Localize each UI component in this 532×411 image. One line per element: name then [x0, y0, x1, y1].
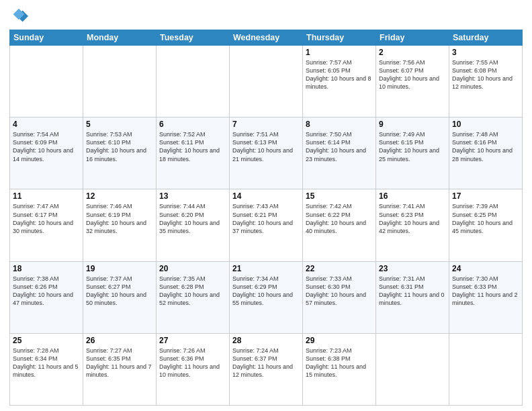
cell-day-number: 20 [159, 264, 226, 273]
cell-day-number: 15 [306, 191, 373, 201]
cell-info-text: Sunrise: 7:46 AM Sunset: 6:19 PM Dayligh… [86, 202, 153, 235]
cell-info-text: Sunrise: 7:26 AM Sunset: 6:36 PM Dayligh… [159, 347, 226, 379]
cell-day-number: 27 [159, 336, 226, 345]
calendar-cell: 11Sunrise: 7:47 AM Sunset: 6:17 PM Dayli… [10, 189, 83, 261]
cell-day-number: 4 [13, 120, 80, 129]
cell-info-text: Sunrise: 7:57 AM Sunset: 6:05 PM Dayligh… [306, 58, 373, 91]
cell-info-text: Sunrise: 7:44 AM Sunset: 6:20 PM Dayligh… [159, 202, 226, 235]
cell-info-text: Sunrise: 7:42 AM Sunset: 6:22 PM Dayligh… [306, 202, 373, 235]
calendar-cell: 5Sunrise: 7:53 AM Sunset: 6:10 PM Daylig… [83, 118, 157, 189]
calendar-cell: 28Sunrise: 7:24 AM Sunset: 6:37 PM Dayli… [230, 333, 303, 405]
calendar-cell: 4Sunrise: 7:54 AM Sunset: 6:09 PM Daylig… [10, 118, 83, 189]
calendar-cell: 16Sunrise: 7:41 AM Sunset: 6:23 PM Dayli… [376, 189, 449, 261]
cell-info-text: Sunrise: 7:35 AM Sunset: 6:28 PM Dayligh… [159, 275, 226, 308]
day-header-sunday: Sunday [10, 30, 83, 46]
cell-day-number: 9 [379, 120, 446, 129]
calendar-week-1: 1Sunrise: 7:57 AM Sunset: 6:05 PM Daylig… [10, 46, 523, 118]
calendar-cell: 21Sunrise: 7:34 AM Sunset: 6:29 PM Dayli… [230, 261, 303, 333]
cell-day-number: 22 [306, 264, 373, 273]
calendar-week-5: 25Sunrise: 7:28 AM Sunset: 6:34 PM Dayli… [10, 333, 523, 405]
cell-info-text: Sunrise: 7:34 AM Sunset: 6:29 PM Dayligh… [232, 275, 300, 308]
calendar-cell: 19Sunrise: 7:37 AM Sunset: 6:27 PM Dayli… [83, 261, 157, 333]
cell-info-text: Sunrise: 7:27 AM Sunset: 6:35 PM Dayligh… [86, 347, 153, 379]
cell-info-text: Sunrise: 7:30 AM Sunset: 6:33 PM Dayligh… [452, 275, 519, 308]
calendar-cell [449, 333, 523, 405]
calendar-cell: 27Sunrise: 7:26 AM Sunset: 6:36 PM Dayli… [157, 333, 230, 405]
calendar-cell: 7Sunrise: 7:51 AM Sunset: 6:13 PM Daylig… [230, 118, 303, 189]
cell-info-text: Sunrise: 7:43 AM Sunset: 6:21 PM Dayligh… [232, 202, 300, 235]
cell-day-number: 11 [13, 191, 80, 201]
cell-info-text: Sunrise: 7:50 AM Sunset: 6:14 PM Dayligh… [306, 130, 373, 163]
day-header-monday: Monday [83, 30, 157, 46]
cell-info-text: Sunrise: 7:37 AM Sunset: 6:27 PM Dayligh… [86, 275, 153, 308]
cell-day-number: 16 [379, 191, 446, 201]
cell-info-text: Sunrise: 7:51 AM Sunset: 6:13 PM Dayligh… [232, 130, 300, 163]
cell-day-number: 23 [379, 264, 446, 273]
calendar-cell: 29Sunrise: 7:23 AM Sunset: 6:38 PM Dayli… [303, 333, 376, 405]
cell-info-text: Sunrise: 7:48 AM Sunset: 6:16 PM Dayligh… [452, 130, 519, 163]
calendar-cell: 20Sunrise: 7:35 AM Sunset: 6:28 PM Dayli… [157, 261, 230, 333]
cell-info-text: Sunrise: 7:56 AM Sunset: 6:07 PM Dayligh… [379, 58, 446, 91]
calendar-cell [83, 46, 157, 118]
calendar-cell: 26Sunrise: 7:27 AM Sunset: 6:35 PM Dayli… [83, 333, 157, 405]
calendar-week-3: 11Sunrise: 7:47 AM Sunset: 6:17 PM Dayli… [10, 189, 523, 261]
logo-icon [9, 7, 28, 26]
calendar-week-4: 18Sunrise: 7:38 AM Sunset: 6:26 PM Dayli… [10, 261, 523, 333]
cell-info-text: Sunrise: 7:28 AM Sunset: 6:34 PM Dayligh… [13, 347, 80, 379]
cell-day-number: 26 [86, 336, 153, 345]
cell-day-number: 5 [86, 120, 153, 129]
header [9, 7, 523, 26]
day-header-thursday: Thursday [303, 30, 376, 46]
cell-day-number: 8 [306, 120, 373, 129]
calendar-cell: 3Sunrise: 7:55 AM Sunset: 6:08 PM Daylig… [449, 46, 523, 118]
calendar-cell: 17Sunrise: 7:39 AM Sunset: 6:25 PM Dayli… [449, 189, 523, 261]
calendar-cell: 12Sunrise: 7:46 AM Sunset: 6:19 PM Dayli… [83, 189, 157, 261]
calendar-cell: 10Sunrise: 7:48 AM Sunset: 6:16 PM Dayli… [449, 118, 523, 189]
calendar-cell: 9Sunrise: 7:49 AM Sunset: 6:15 PM Daylig… [376, 118, 449, 189]
cell-info-text: Sunrise: 7:39 AM Sunset: 6:25 PM Dayligh… [452, 202, 519, 235]
day-header-tuesday: Tuesday [157, 30, 230, 46]
cell-day-number: 25 [13, 336, 80, 345]
cell-day-number: 24 [452, 264, 519, 273]
cell-day-number: 19 [86, 264, 153, 273]
calendar-week-2: 4Sunrise: 7:54 AM Sunset: 6:09 PM Daylig… [10, 118, 523, 189]
calendar-cell: 23Sunrise: 7:31 AM Sunset: 6:31 PM Dayli… [376, 261, 449, 333]
cell-info-text: Sunrise: 7:55 AM Sunset: 6:08 PM Dayligh… [452, 58, 519, 91]
cell-day-number: 13 [159, 191, 226, 201]
cell-day-number: 7 [232, 120, 300, 129]
cell-day-number: 28 [232, 336, 300, 345]
day-header-wednesday: Wednesday [230, 30, 303, 46]
cell-day-number: 18 [13, 264, 80, 273]
calendar-cell [376, 333, 449, 405]
cell-info-text: Sunrise: 7:24 AM Sunset: 6:37 PM Dayligh… [232, 347, 300, 379]
cell-day-number: 14 [232, 191, 300, 201]
cell-info-text: Sunrise: 7:53 AM Sunset: 6:10 PM Dayligh… [86, 130, 153, 163]
calendar-cell: 8Sunrise: 7:50 AM Sunset: 6:14 PM Daylig… [303, 118, 376, 189]
cell-info-text: Sunrise: 7:49 AM Sunset: 6:15 PM Dayligh… [379, 130, 446, 163]
calendar-cell: 22Sunrise: 7:33 AM Sunset: 6:30 PM Dayli… [303, 261, 376, 333]
calendar-cell: 24Sunrise: 7:30 AM Sunset: 6:33 PM Dayli… [449, 261, 523, 333]
calendar-cell: 2Sunrise: 7:56 AM Sunset: 6:07 PM Daylig… [376, 46, 449, 118]
calendar-cell: 14Sunrise: 7:43 AM Sunset: 6:21 PM Dayli… [230, 189, 303, 261]
cell-day-number: 17 [452, 191, 519, 201]
calendar-header-row: SundayMondayTuesdayWednesdayThursdayFrid… [10, 30, 523, 46]
day-header-friday: Friday [376, 30, 449, 46]
cell-info-text: Sunrise: 7:47 AM Sunset: 6:17 PM Dayligh… [13, 202, 80, 235]
calendar-cell: 6Sunrise: 7:52 AM Sunset: 6:11 PM Daylig… [157, 118, 230, 189]
cell-day-number: 3 [452, 48, 519, 57]
cell-info-text: Sunrise: 7:54 AM Sunset: 6:09 PM Dayligh… [13, 130, 80, 163]
calendar-cell: 18Sunrise: 7:38 AM Sunset: 6:26 PM Dayli… [10, 261, 83, 333]
calendar-table: SundayMondayTuesdayWednesdayThursdayFrid… [9, 30, 523, 406]
calendar-cell: 1Sunrise: 7:57 AM Sunset: 6:05 PM Daylig… [303, 46, 376, 118]
cell-day-number: 1 [306, 48, 373, 57]
cell-info-text: Sunrise: 7:52 AM Sunset: 6:11 PM Dayligh… [159, 130, 226, 163]
cell-day-number: 29 [306, 336, 373, 345]
cell-day-number: 21 [232, 264, 300, 273]
logo [9, 7, 31, 26]
cell-info-text: Sunrise: 7:31 AM Sunset: 6:31 PM Dayligh… [379, 275, 446, 308]
calendar-cell: 15Sunrise: 7:42 AM Sunset: 6:22 PM Dayli… [303, 189, 376, 261]
cell-info-text: Sunrise: 7:38 AM Sunset: 6:26 PM Dayligh… [13, 275, 80, 308]
cell-info-text: Sunrise: 7:41 AM Sunset: 6:23 PM Dayligh… [379, 202, 446, 235]
cell-info-text: Sunrise: 7:33 AM Sunset: 6:30 PM Dayligh… [306, 275, 373, 308]
calendar-cell [230, 46, 303, 118]
